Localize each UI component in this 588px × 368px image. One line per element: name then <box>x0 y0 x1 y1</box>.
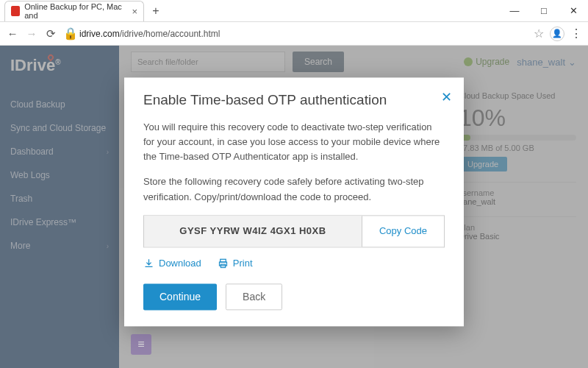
window-minimize-icon[interactable]: — <box>500 0 529 22</box>
otp-modal: ✕ Enable Time-based OTP authentication Y… <box>124 77 464 326</box>
recovery-code-box: GYSF YYRW W4IZ 4GX1 H0XB Copy Code <box>143 215 445 247</box>
modal-text-1: You will require this recovery code to d… <box>143 120 445 164</box>
url-text[interactable]: idrive.com/idrive/home/account.html <box>79 29 528 39</box>
download-icon <box>143 258 154 269</box>
new-tab-button[interactable]: + <box>147 2 165 20</box>
modal-title: Enable Time-based OTP authentication <box>143 92 445 108</box>
tab-close-icon[interactable]: × <box>132 6 137 17</box>
print-link[interactable]: Print <box>218 258 253 269</box>
lock-icon[interactable]: 🔒 <box>63 26 74 40</box>
modal-text-2: Store the following recovery code safely… <box>143 175 445 205</box>
download-link[interactable]: Download <box>143 258 201 269</box>
nav-back-icon[interactable]: ← <box>6 27 19 40</box>
profile-icon[interactable]: 👤 <box>550 26 564 41</box>
nav-reload-icon[interactable]: ⟳ <box>44 27 57 40</box>
browser-titlebar: Online Backup for PC, Mac and × + — □ ✕ <box>0 0 588 22</box>
window-close-icon[interactable]: ✕ <box>559 0 588 22</box>
tab-title: Online Backup for PC, Mac and <box>24 2 123 20</box>
print-icon <box>218 258 229 269</box>
recovery-code: GYSF YYRW W4IZ 4GX1 H0XB <box>144 216 362 247</box>
fab-list-icon[interactable]: ≡ <box>131 334 151 355</box>
copy-code-button[interactable]: Copy Code <box>362 216 444 247</box>
back-button[interactable]: Back <box>226 283 282 310</box>
browser-tab[interactable]: Online Backup for PC, Mac and × <box>4 1 144 21</box>
window-maximize-icon[interactable]: □ <box>529 0 559 22</box>
close-icon[interactable]: ✕ <box>441 89 452 105</box>
continue-button[interactable]: Continue <box>143 283 217 310</box>
nav-forward-icon: → <box>25 27 38 40</box>
tab-favicon <box>11 6 20 16</box>
browser-address-bar: ← → ⟳ 🔒 idrive.com/idrive/home/account.h… <box>0 22 588 46</box>
menu-icon[interactable]: ⋮ <box>570 26 582 40</box>
star-icon[interactable]: ☆ <box>534 26 544 40</box>
